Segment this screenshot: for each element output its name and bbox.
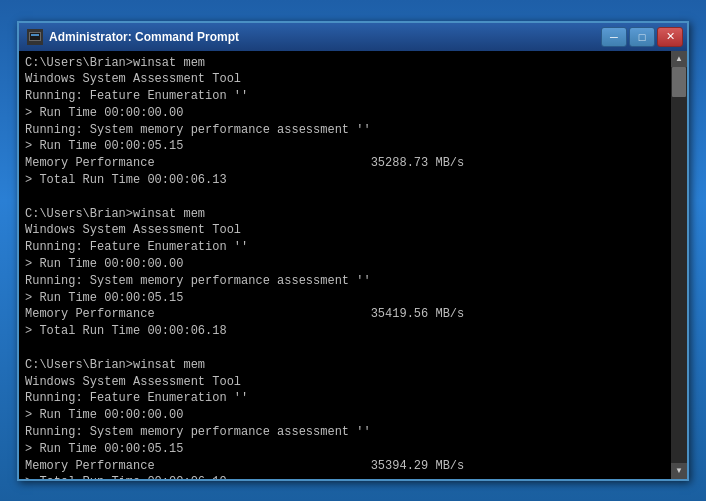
maximize-button[interactable]: □ xyxy=(629,27,655,47)
scrollbar-track[interactable] xyxy=(671,67,687,463)
scrollbar[interactable]: ▲ ▼ xyxy=(671,51,687,479)
scrollbar-up-button[interactable]: ▲ xyxy=(671,51,687,67)
scrollbar-down-button[interactable]: ▼ xyxy=(671,463,687,479)
minimize-button[interactable]: ─ xyxy=(601,27,627,47)
title-bar-left: Administrator: Command Prompt xyxy=(27,29,239,45)
console-area: C:\Users\Brian>winsat mem Windows System… xyxy=(19,51,687,479)
scrollbar-thumb[interactable] xyxy=(672,67,686,97)
console-content[interactable]: C:\Users\Brian>winsat mem Windows System… xyxy=(19,51,671,479)
title-bar: Administrator: Command Prompt ─ □ ✕ xyxy=(19,23,687,51)
close-button[interactable]: ✕ xyxy=(657,27,683,47)
command-prompt-window: Administrator: Command Prompt ─ □ ✕ C:\U… xyxy=(17,21,689,481)
console-output: C:\Users\Brian>winsat mem Windows System… xyxy=(25,55,665,479)
window-title: Administrator: Command Prompt xyxy=(49,30,239,44)
title-buttons: ─ □ ✕ xyxy=(601,27,683,47)
cmd-icon xyxy=(27,29,43,45)
